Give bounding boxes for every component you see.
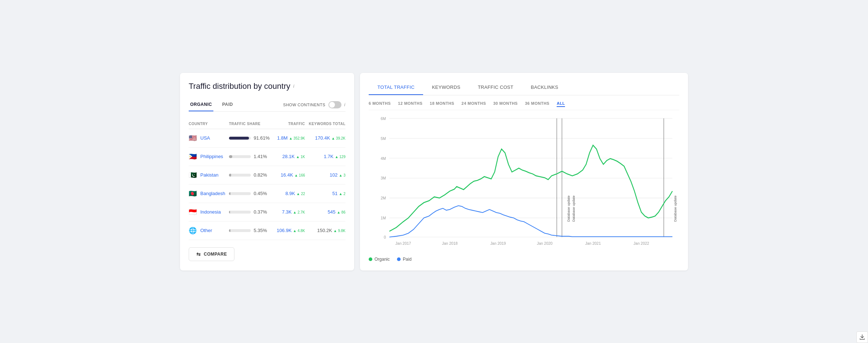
share-bar-container <box>229 192 251 195</box>
share-bar-fill <box>229 174 231 177</box>
filter-24m[interactable]: 24 MONTHS <box>462 101 486 107</box>
traffic-cell: 1.8M ▲ 352.9K <box>274 129 305 147</box>
compare-button[interactable]: ⇆ COMPARE <box>189 247 234 261</box>
left-tabs: ORGANIC PAID <box>189 98 242 111</box>
filter-36m[interactable]: 36 MONTHS <box>525 101 549 107</box>
country-flag: 🌐 <box>189 227 197 235</box>
export-icon <box>859 334 865 340</box>
traffic-share-cell: 0.45% <box>229 191 274 196</box>
keywords-up-arrow: ▲ 9.8K <box>333 229 345 233</box>
traffic-share-cell: 91.61% <box>229 135 274 141</box>
keywords-up-arrow: ▲ 129 <box>335 155 345 159</box>
filter-18m[interactable]: 18 MONTHS <box>430 101 454 107</box>
show-continents-label: SHOW CONTINENTS <box>283 103 325 107</box>
svg-text:2M: 2M <box>381 195 386 200</box>
chart-svg: 6M 5M 4M 3M 2M 1M 0 Jan 2017 Jan 2018 Ja… <box>369 115 679 252</box>
chart-footer: Organic Paid <box>369 252 679 263</box>
svg-text:Database update: Database update <box>572 195 575 222</box>
tab-total-traffic[interactable]: TOTAL TRAFFIC <box>369 80 423 95</box>
table-row: 🌐 Other 5.35% 106.9K ▲ 4.8K150.2K ▲ 9.8K <box>189 221 345 240</box>
share-percent: 0.82% <box>254 172 267 178</box>
export-button[interactable] <box>856 331 868 343</box>
country-cell[interactable]: 🇵🇰 Pakistan <box>189 171 229 179</box>
country-name: Philippines <box>200 154 223 159</box>
share-percent: 0.37% <box>254 209 267 215</box>
share-bar-fill <box>229 137 249 140</box>
share-bar-container <box>229 174 251 177</box>
svg-text:4M: 4M <box>381 156 386 161</box>
traffic-share-cell: 5.35% <box>229 228 274 233</box>
compare-icon: ⇆ <box>196 251 201 257</box>
traffic-up-arrow: ▲ 22 <box>296 192 305 196</box>
svg-text:Jan 2020: Jan 2020 <box>537 241 553 245</box>
organic-label: Organic <box>374 257 390 262</box>
share-bar-fill <box>229 229 230 232</box>
col-header-traffic: TRAFFIC <box>274 119 305 129</box>
share-percent: 0.45% <box>254 191 267 196</box>
keywords-up-arrow: ▲ 86 <box>337 210 345 214</box>
main-container: Traffic distribution by country i ORGANI… <box>180 73 688 270</box>
country-cell[interactable]: 🇺🇸 USA <box>189 134 229 142</box>
filter-6m[interactable]: 6 MONTHS <box>369 101 391 107</box>
right-panel: TOTAL TRAFFIC KEYWORDS TRAFFIC COST BACK… <box>360 73 688 270</box>
filter-all[interactable]: ALL <box>557 101 565 107</box>
paid-label: Paid <box>403 257 412 262</box>
country-name: Other <box>200 228 212 233</box>
tab-keywords[interactable]: KEYWORDS <box>423 80 469 95</box>
table-row: 🇺🇸 USA 91.61% 1.8M ▲ 352.9K170.4K ▲ 39.2… <box>189 129 345 147</box>
tab-organic[interactable]: ORGANIC <box>189 98 213 111</box>
legend-paid: Paid <box>397 257 412 262</box>
left-tabs-row: ORGANIC PAID SHOW CONTINENTS i <box>189 98 345 112</box>
keywords-cell: 1.7K ▲ 129 <box>305 147 345 166</box>
share-bar-container <box>229 229 251 232</box>
filter-12m[interactable]: 12 MONTHS <box>398 101 422 107</box>
table-row: 🇧🇩 Bangladesh 0.45% 8.9K ▲ 2251 ▲ 2 <box>189 184 345 203</box>
country-name: Indonesia <box>200 209 221 215</box>
paid-line <box>389 206 672 237</box>
continents-info-icon: i <box>344 102 345 107</box>
tab-backlinks[interactable]: BACKLINKS <box>522 80 567 95</box>
keywords-cell: 170.4K ▲ 39.2K <box>305 129 345 147</box>
traffic-cell: 16.4K ▲ 166 <box>274 166 305 184</box>
country-flag: 🇮🇩 <box>189 208 197 216</box>
share-bar-fill <box>229 155 232 158</box>
tab-paid[interactable]: PAID <box>221 98 234 111</box>
share-bar-fill <box>229 211 230 214</box>
compare-label: COMPARE <box>204 252 227 257</box>
svg-text:6M: 6M <box>381 116 386 121</box>
panel-title-text: Traffic distribution by country <box>189 82 290 91</box>
traffic-cell: 8.9K ▲ 22 <box>274 184 305 203</box>
svg-text:Jan 2019: Jan 2019 <box>490 241 506 245</box>
country-table: COUNTRY TRAFFIC SHARE TRAFFIC KEYWORDS T… <box>189 119 345 240</box>
share-bar-container <box>229 155 251 158</box>
svg-text:0: 0 <box>384 235 386 239</box>
country-cell[interactable]: 🇧🇩 Bangladesh <box>189 190 229 198</box>
tab-traffic-cost[interactable]: TRAFFIC COST <box>469 80 522 95</box>
filter-30m[interactable]: 30 MONTHS <box>493 101 517 107</box>
chart-legend: Organic Paid <box>369 252 412 263</box>
col-header-country: COUNTRY <box>189 119 229 129</box>
paid-dot <box>397 257 401 261</box>
traffic-cell: 28.1K ▲ 1K <box>274 147 305 166</box>
svg-text:Jan 2018: Jan 2018 <box>442 241 458 245</box>
svg-text:Database update: Database update <box>674 195 677 222</box>
col-header-traffic-share: TRAFFIC SHARE <box>229 119 274 129</box>
country-flag: 🇵🇰 <box>189 171 197 179</box>
keywords-up-arrow: ▲ 3 <box>339 173 345 177</box>
country-name: Pakistan <box>200 172 218 178</box>
country-cell[interactable]: 🌐 Other <box>189 227 229 235</box>
traffic-share-cell: 1.41% <box>229 154 274 159</box>
title-info-icon: i <box>293 83 294 89</box>
right-tabs-row: TOTAL TRAFFIC KEYWORDS TRAFFIC COST BACK… <box>369 80 679 95</box>
traffic-cell: 106.9K ▲ 4.8K <box>274 221 305 240</box>
traffic-chart: 6M 5M 4M 3M 2M 1M 0 Jan 2017 Jan 2018 Ja… <box>369 115 679 252</box>
country-flag: 🇺🇸 <box>189 134 197 142</box>
share-bar-fill <box>229 192 230 195</box>
country-flag: 🇧🇩 <box>189 190 197 198</box>
country-cell[interactable]: 🇮🇩 Indonesia <box>189 208 229 216</box>
svg-text:Jan 2021: Jan 2021 <box>585 241 601 245</box>
country-cell[interactable]: 🇵🇭 Philippines <box>189 153 229 161</box>
panel-title: Traffic distribution by country i <box>189 82 345 91</box>
continents-toggle[interactable] <box>328 101 341 108</box>
show-continents-control: SHOW CONTINENTS i <box>283 101 345 108</box>
